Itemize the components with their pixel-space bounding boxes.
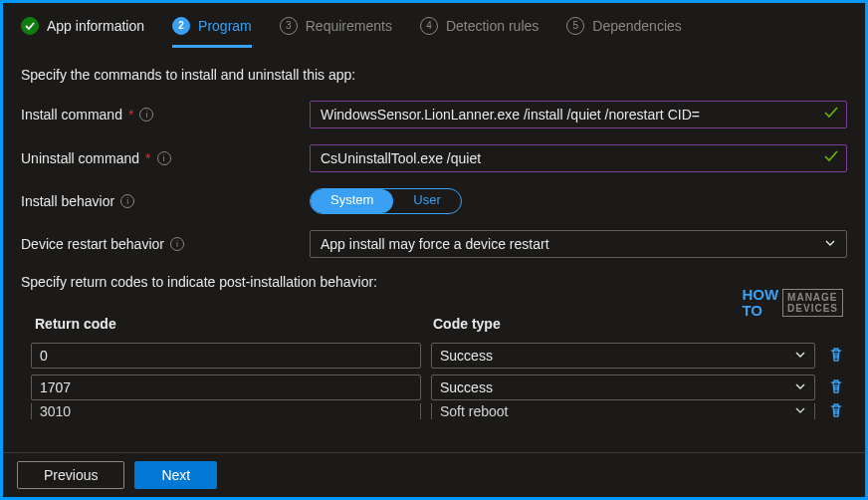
table-row: Success — [21, 340, 847, 372]
checkmark-icon — [823, 148, 839, 168]
return-code-input[interactable] — [31, 403, 421, 419]
previous-button[interactable]: Previous — [17, 461, 124, 489]
tab-label: Program — [198, 18, 252, 34]
tab-label: Requirements — [306, 18, 392, 34]
check-icon — [21, 17, 39, 35]
checkmark-icon — [823, 105, 839, 125]
label-install-behavior: Install behavior i — [21, 193, 310, 209]
tab-requirements[interactable]: 3 Requirements — [280, 17, 392, 48]
form-content: Specify the commands to install and unin… — [3, 51, 865, 419]
chevron-down-icon — [794, 348, 806, 364]
tab-dependencies[interactable]: 5 Dependencies — [566, 17, 682, 48]
tab-label: Dependencies — [592, 18, 682, 34]
delete-row-button[interactable] — [825, 403, 847, 419]
step-number-icon: 4 — [420, 17, 438, 35]
wizard-footer: Previous Next — [3, 452, 865, 497]
table-row: Success — [21, 372, 847, 403]
header-code-type: Code type — [433, 316, 833, 332]
code-type-select[interactable]: Soft reboot — [431, 403, 815, 419]
section-intro: Specify the commands to install and unin… — [21, 67, 847, 83]
install-behavior-user[interactable]: User — [393, 189, 460, 213]
tab-app-information[interactable]: App information — [21, 17, 144, 48]
step-number-icon: 2 — [172, 17, 190, 35]
tab-label: App information — [47, 18, 144, 34]
return-code-input[interactable] — [31, 375, 421, 400]
next-button[interactable]: Next — [134, 461, 217, 489]
return-code-input[interactable] — [31, 343, 421, 369]
table-header: Return code Code type — [21, 308, 847, 340]
chevron-down-icon — [824, 236, 836, 252]
info-icon[interactable]: i — [157, 151, 171, 165]
row-restart-behavior: Device restart behavior i App install ma… — [21, 230, 847, 258]
table-row: Soft reboot — [21, 403, 847, 419]
tab-detection-rules[interactable]: 4 Detection rules — [420, 17, 539, 48]
row-uninstall-command: Uninstall command * i — [21, 144, 847, 172]
step-number-icon: 5 — [566, 17, 584, 35]
label-install-command: Install command * i — [21, 107, 310, 123]
select-value: App install may force a device restart — [321, 236, 549, 252]
row-install-command: Install command * i — [21, 101, 847, 128]
label-restart-behavior: Device restart behavior i — [21, 236, 310, 252]
info-icon[interactable]: i — [139, 108, 153, 122]
wizard-tabs: App information 2 Program 3 Requirements… — [3, 3, 865, 51]
restart-behavior-select[interactable]: App install may force a device restart — [310, 230, 847, 258]
chevron-down-icon — [794, 403, 806, 419]
chevron-down-icon — [794, 379, 806, 395]
tab-program[interactable]: 2 Program — [172, 17, 252, 48]
install-behavior-system[interactable]: System — [311, 189, 393, 213]
return-codes-table: Return code Code type Success Success — [21, 308, 847, 419]
code-type-select[interactable]: Success — [431, 343, 815, 369]
delete-row-button[interactable] — [825, 347, 847, 366]
info-icon[interactable]: i — [120, 194, 134, 208]
tab-label: Detection rules — [446, 18, 539, 34]
install-behavior-toggle: System User — [310, 188, 462, 214]
label-uninstall-command: Uninstall command * i — [21, 150, 310, 166]
required-marker: * — [145, 150, 150, 166]
info-icon[interactable]: i — [170, 237, 184, 251]
install-command-input[interactable] — [310, 101, 847, 128]
header-return-code: Return code — [35, 316, 433, 332]
required-marker: * — [128, 107, 133, 123]
row-install-behavior: Install behavior i System User — [21, 188, 847, 214]
section-return-codes: Specify return codes to indicate post-in… — [21, 274, 847, 290]
code-type-select[interactable]: Success — [431, 375, 815, 400]
delete-row-button[interactable] — [825, 378, 847, 397]
uninstall-command-input[interactable] — [310, 144, 847, 172]
step-number-icon: 3 — [280, 17, 298, 35]
